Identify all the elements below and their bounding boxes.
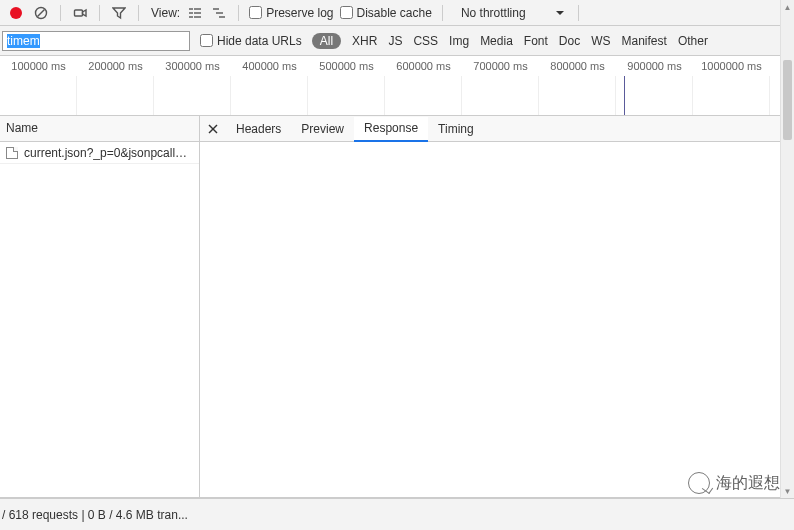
timeline-tick-label: 900000 ms	[616, 60, 693, 72]
timeline-cursor	[624, 76, 625, 115]
tab-response[interactable]: Response	[354, 117, 428, 142]
hide-data-urls-checkbox[interactable]: Hide data URLs	[200, 34, 302, 48]
timeline-tick-label: 600000 ms	[385, 60, 462, 72]
view-label: View:	[151, 6, 180, 20]
filter-bar: Hide data URLs All XHR JS CSS Img Media …	[0, 26, 794, 56]
waterfall-icon[interactable]	[210, 4, 228, 22]
large-rows-icon[interactable]	[186, 4, 204, 22]
filter-js[interactable]: JS	[388, 34, 402, 48]
filter-css[interactable]: CSS	[413, 34, 438, 48]
timeline-tick-label: 500000 ms	[308, 60, 385, 72]
file-icon	[6, 147, 18, 159]
timeline-tick-label: 800000 ms	[539, 60, 616, 72]
divider	[60, 5, 61, 21]
filter-other[interactable]: Other	[678, 34, 708, 48]
preserve-log-checkbox[interactable]: Preserve log	[249, 6, 333, 20]
tab-preview[interactable]: Preview	[291, 116, 354, 141]
filter-doc[interactable]: Doc	[559, 34, 580, 48]
preserve-log-label: Preserve log	[266, 6, 333, 20]
request-name: current.json?_p=0&jsonpcallba...	[24, 146, 193, 160]
camera-icon[interactable]	[71, 4, 89, 22]
tab-timing[interactable]: Timing	[428, 116, 484, 141]
filter-font[interactable]: Font	[524, 34, 548, 48]
filter-ws[interactable]: WS	[591, 34, 610, 48]
timeline-tick-label: 100000 ms	[0, 60, 77, 72]
preserve-log-input[interactable]	[249, 6, 262, 19]
timeline-tick-label: 400000 ms	[231, 60, 308, 72]
disable-cache-input[interactable]	[340, 6, 353, 19]
type-filters: All XHR JS CSS Img Media Font Doc WS Man…	[312, 33, 708, 49]
scroll-up-icon[interactable]: ▲	[781, 0, 794, 14]
hide-data-urls-label: Hide data URLs	[217, 34, 302, 48]
clear-icon[interactable]	[32, 4, 50, 22]
divider	[99, 5, 100, 21]
divider	[138, 5, 139, 21]
network-main: Name current.json?_p=0&jsonpcallba... He…	[0, 116, 794, 498]
disable-cache-label: Disable cache	[357, 6, 432, 20]
filter-img[interactable]: Img	[449, 34, 469, 48]
throttling-value: No throttling	[461, 6, 526, 20]
svg-rect-2	[75, 10, 83, 16]
request-detail: Headers Preview Response Timing	[200, 116, 794, 497]
filter-manifest[interactable]: Manifest	[622, 34, 667, 48]
status-text: / 618 requests | 0 B / 4.6 MB tran...	[2, 508, 188, 522]
chevron-down-icon	[556, 9, 564, 17]
filter-input[interactable]	[2, 31, 190, 51]
status-bar: / 618 requests | 0 B / 4.6 MB tran...	[0, 498, 794, 530]
timeline-tick-label: 300000 ms	[154, 60, 231, 72]
throttling-dropdown[interactable]: No throttling	[453, 6, 568, 20]
timeline-tick-label: 200000 ms	[77, 60, 154, 72]
timeline-overview[interactable]: 100000 ms200000 ms300000 ms400000 ms5000…	[0, 56, 794, 116]
filter-all[interactable]: All	[312, 33, 341, 49]
timeline-tick-label: 700000 ms	[462, 60, 539, 72]
scroll-down-icon[interactable]: ▼	[781, 484, 794, 498]
disable-cache-checkbox[interactable]: Disable cache	[340, 6, 432, 20]
filter-xhr[interactable]: XHR	[352, 34, 377, 48]
timeline-tick-label: 1000000 ms	[693, 60, 770, 72]
table-row[interactable]: current.json?_p=0&jsonpcallba...	[0, 142, 199, 164]
network-toolbar: View: Preserve log Disable cache No thro…	[0, 0, 794, 26]
column-header-name[interactable]: Name	[0, 116, 199, 142]
detail-tabs: Headers Preview Response Timing	[200, 116, 794, 142]
divider	[238, 5, 239, 21]
response-body	[200, 142, 794, 497]
filter-media[interactable]: Media	[480, 34, 513, 48]
filter-icon[interactable]	[110, 4, 128, 22]
hide-data-urls-input[interactable]	[200, 34, 213, 47]
close-icon[interactable]	[204, 120, 222, 138]
divider	[442, 5, 443, 21]
tab-headers[interactable]: Headers	[226, 116, 291, 141]
scrollbar-thumb[interactable]	[783, 60, 792, 140]
divider	[578, 5, 579, 21]
svg-line-1	[38, 9, 45, 16]
record-button[interactable]	[10, 7, 22, 19]
vertical-scrollbar[interactable]: ▲ ▼	[780, 0, 794, 498]
request-list: Name current.json?_p=0&jsonpcallba...	[0, 116, 200, 497]
